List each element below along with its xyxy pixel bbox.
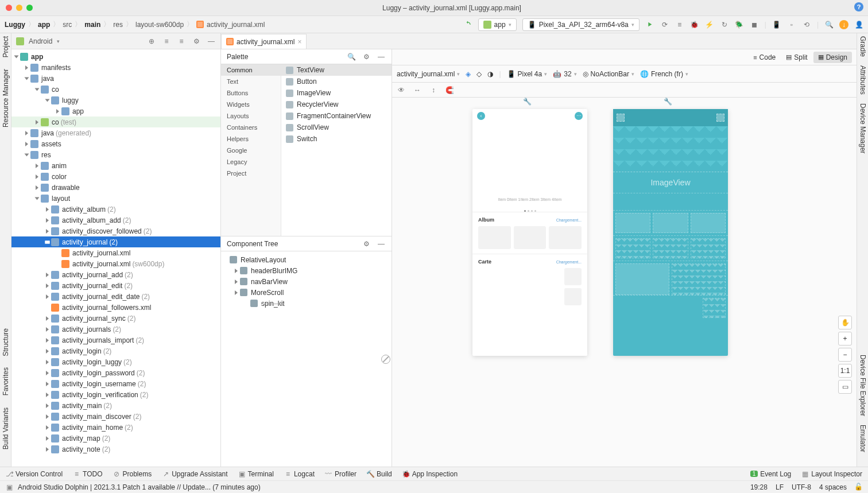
tree-node[interactable]: res [11,149,220,160]
tree-node[interactable]: assets [11,138,220,149]
palette-category[interactable]: Layouts [221,110,281,122]
tree-node[interactable]: activity_journal_followers.xml [11,302,220,313]
palette-items[interactable]: TextViewButtonImageViewRecyclerViewFragm… [281,64,392,236]
palette-item[interactable]: Button [281,76,392,87]
problems-tool[interactable]: ⊘Problems [113,470,152,478]
attach-debugger-button[interactable]: ⚡ [705,20,714,29]
terminal-tool[interactable]: ▣Terminal [238,470,274,478]
updates-button[interactable]: ↓ [839,20,848,29]
code-view-button[interactable]: ≡ Code [749,52,780,63]
device-selector[interactable]: 📱 Pixel_3a_API_32_arm64-v8a▾ [522,18,640,31]
split-view-button[interactable]: ▤ Split [781,52,812,63]
tree-node[interactable]: app [11,106,220,117]
indent[interactable]: 4 spaces [819,483,847,491]
palette-category[interactable]: Widgets [221,99,281,110]
apply-changes-button[interactable]: ↻ [720,20,729,29]
zoom-icon[interactable]: ↔ [413,86,422,95]
palette-categories[interactable]: CommonTextButtonsWidgetsLayoutsContainer… [221,64,281,236]
attributes-tool[interactable]: Attributes [859,65,867,95]
logcat-tool[interactable]: ≡Logcat [284,470,315,478]
editor-tab[interactable]: activity_journal.xml × [221,34,307,49]
structure-tool[interactable]: Structure [2,328,10,356]
tree-node[interactable]: activity_login (2) [11,346,220,356]
palette-item[interactable]: TextView [281,64,392,76]
zoom-reset-button[interactable]: ▭ [838,380,852,394]
palette-category[interactable]: Containers [221,122,281,133]
tree-node[interactable]: activity_journal_add (2) [11,269,220,280]
device-preview-blueprint[interactable]: ImageView [613,109,728,356]
tree-node[interactable]: activity_journal.xml [11,247,220,258]
view-options-icon[interactable]: 👁 [397,86,406,95]
tree-node[interactable]: luggy [11,95,220,106]
target-icon[interactable]: ⊕ [147,37,156,46]
upgrade-tool[interactable]: ↗Upgrade Assistant [162,470,227,478]
readonly-icon[interactable]: 🔓 [855,483,862,491]
tree-node[interactable]: activity_main_home (2) [11,422,220,433]
api-selector[interactable]: 🤖 32▾ [553,70,576,78]
hide-icon[interactable]: — [377,52,386,61]
project-tree[interactable]: appmanifestsjavacoluggyappco (test)java … [11,49,220,467]
tree-node[interactable]: drawable [11,182,220,193]
tree-node[interactable]: activity_journal_edit_date (2) [11,291,220,302]
palette-category[interactable]: Text [221,76,281,87]
close-tab-icon[interactable]: × [297,38,301,46]
tree-node[interactable]: activity_main_discover (2) [11,411,220,422]
wrench-icon[interactable]: 🔧 [523,98,532,106]
encoding[interactable]: UTF-8 [792,483,811,491]
tree-node[interactable]: activity_journal_sync (2) [11,313,220,324]
tree-node[interactable]: activity_album_add (2) [11,215,220,226]
palette-category[interactable]: Buttons [221,87,281,99]
tree-node[interactable]: activity_login_verification (2) [11,389,220,400]
search-icon[interactable]: 🔍 [347,52,356,61]
event-log-tool[interactable]: 1Event Log [750,470,792,478]
palette-item[interactable]: Switch [281,133,392,145]
design-view-button[interactable]: ▦ Design [813,52,852,63]
expand-icon[interactable]: ≡ [177,37,186,46]
account-button[interactable]: 👤 [854,20,863,29]
orientation-icon[interactable]: ◇ [476,70,482,78]
component-node[interactable]: RelativeLayout [221,254,392,265]
palette-category[interactable]: Project [221,168,281,179]
build-variants-tool[interactable]: Build Variants [2,407,10,449]
locale-selector[interactable]: 🌐 French (fr)▾ [640,70,688,78]
version-control-tool[interactable]: ⎇Version Control [6,470,63,478]
tree-node[interactable]: activity_login_luggy (2) [11,356,220,367]
night-icon[interactable]: ◑ [487,70,493,78]
zoom-in-button[interactable]: + [838,332,852,346]
design-canvas[interactable]: 🔧 🔧 ‹ ⋯ Item 0Item 1Item 2Item 3Item 4It… [392,98,857,467]
tree-node[interactable]: activity_main (2) [11,400,220,411]
palette-category[interactable]: Helpers [221,133,281,145]
device-manager-tool[interactable]: Device Manager [859,103,867,153]
component-node[interactable]: spin_kit [221,298,392,309]
palette-category[interactable]: Google [221,145,281,156]
favorites-tool[interactable]: Favorites [2,367,10,395]
tree-node[interactable]: co [11,84,220,95]
theme-selector[interactable]: ◎ NoActionBar▾ [583,70,634,78]
component-node[interactable]: headerBlurIMG [221,265,392,276]
palette-item[interactable]: RecyclerView [281,99,392,110]
device-preview-render[interactable]: ‹ ⋯ Item 0Item 1Item 2Item 3Item 4Item A… [472,109,587,356]
tree-node[interactable]: activity_journal_edit (2) [11,280,220,291]
tree-node[interactable]: activity_discover_followed (2) [11,226,220,236]
tree-node[interactable]: anim [11,160,220,171]
wrench-icon[interactable]: 🔧 [664,98,672,106]
tree-node[interactable]: activity_album (2) [11,204,220,215]
close-window[interactable] [6,5,12,11]
tree-node[interactable]: activity_journal (2) [11,236,220,247]
file-selector[interactable]: activity_journal.xml▾ [397,70,460,78]
tree-node[interactable]: activity_journal.xml (sw600dp) [11,258,220,269]
emulator-tool[interactable]: Emulator [859,425,867,452]
sdk-button[interactable]: ▫ [787,20,796,29]
palette-category[interactable]: Common [221,64,281,76]
palette-category[interactable]: Legacy [221,156,281,168]
palette-item[interactable]: ImageView [281,87,392,99]
sync-icon[interactable] [463,20,472,29]
palette-item[interactable]: FragmentContainerView [281,110,392,122]
settings-icon[interactable]: ⚙ [192,37,201,46]
profiler-tool[interactable]: 〰Profiler [325,470,356,478]
todo-tool[interactable]: ≡TODO [73,470,102,478]
sort-icon[interactable]: ≡ [162,37,171,46]
line-ending[interactable]: LF [776,483,784,491]
tree-node[interactable]: activity_map (2) [11,433,220,444]
component-tree[interactable]: RelativeLayoutheaderBlurIMGnavBarViewMor… [221,251,392,467]
